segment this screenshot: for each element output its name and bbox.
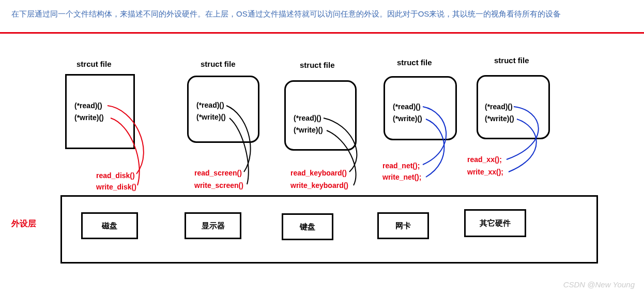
device-1: 显示器 [185, 212, 241, 239]
drv-read-1: read_screen() [194, 169, 242, 177]
drv-write-3: write_net(); [382, 173, 421, 181]
device-0: 磁盘 [81, 212, 138, 239]
divider-red [0, 32, 644, 34]
layer-label: 外设层 [11, 218, 36, 229]
read-ptr-4: (*read)() [485, 103, 513, 111]
drv-read-2: read_keyboard() [290, 169, 347, 177]
device-2: 键盘 [282, 213, 333, 240]
drv-read-3: read_net(); [382, 162, 420, 170]
drv-read-4: read_xx(); [467, 155, 502, 164]
caption-text: 在下层通过同一个文件结构体，来描述不同的外设硬件。在上层，OS通过文件描述符就可… [11, 9, 561, 19]
write-ptr-1: (*write)() [196, 113, 226, 121]
write-ptr-2: (*write)() [294, 126, 323, 134]
device-3: 网卡 [377, 212, 429, 239]
read-ptr-1: (*read)() [196, 101, 224, 109]
drv-read-0: read_disk() [96, 171, 135, 180]
struct-label-0: strcut file [76, 60, 112, 68]
write-ptr-0: (*write)() [74, 113, 104, 122]
drv-write-1: write_screen() [194, 181, 243, 189]
struct-label-2: struct file [300, 61, 335, 69]
read-ptr-3: (*read)() [393, 103, 421, 111]
struct-box-1 [187, 76, 259, 143]
struct-label-4: struct file [494, 56, 529, 65]
drv-write-4: write_xx(); [467, 168, 503, 176]
struct-label-1: struct file [201, 60, 236, 68]
write-ptr-3: (*write)() [393, 114, 422, 123]
drv-write-0: write_disk() [96, 183, 136, 191]
device-4: 其它硬件 [464, 209, 526, 237]
read-ptr-2: (*read)() [294, 114, 321, 122]
struct-box-0 [65, 74, 135, 149]
watermark: CSDN @New Young [563, 280, 635, 289]
drv-write-2: write_keyboard() [290, 181, 348, 189]
struct-label-3: struct file [397, 58, 432, 67]
read-ptr-0: (*read)() [74, 101, 102, 110]
write-ptr-4: (*write)() [485, 114, 514, 123]
